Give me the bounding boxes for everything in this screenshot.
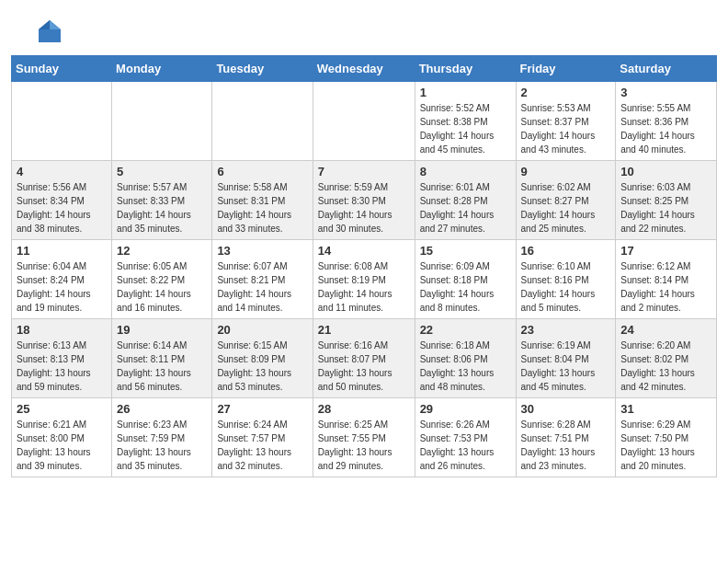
day-number: 30 — [521, 402, 611, 416]
calendar-day-cell: 4Sunrise: 5:56 AMSunset: 8:34 PMDaylight… — [12, 161, 112, 240]
calendar-day-cell: 26Sunrise: 6:23 AMSunset: 7:59 PMDayligh… — [112, 398, 212, 477]
calendar-week-row: 4Sunrise: 5:56 AMSunset: 8:34 PMDaylight… — [12, 161, 717, 240]
calendar-day-header: Saturday — [616, 56, 717, 82]
calendar-day-header: Thursday — [415, 56, 516, 82]
calendar-header-row: SundayMondayTuesdayWednesdayThursdayFrid… — [12, 56, 717, 82]
day-info: Sunrise: 6:14 AMSunset: 8:11 PMDaylight:… — [117, 339, 207, 394]
calendar-day-cell: 7Sunrise: 5:59 AMSunset: 8:30 PMDaylight… — [313, 161, 415, 240]
calendar-table: SundayMondayTuesdayWednesdayThursdayFrid… — [11, 55, 717, 477]
calendar-day-cell: 11Sunrise: 6:04 AMSunset: 8:24 PMDayligh… — [12, 240, 112, 319]
day-number: 24 — [620, 323, 711, 337]
day-number: 27 — [217, 402, 307, 416]
day-info: Sunrise: 6:03 AMSunset: 8:25 PMDaylight:… — [620, 180, 711, 236]
day-info: Sunrise: 6:26 AMSunset: 7:53 PMDaylight:… — [420, 418, 511, 473]
day-info: Sunrise: 6:12 AMSunset: 8:14 PMDaylight:… — [620, 259, 711, 315]
calendar-week-row: 1Sunrise: 5:52 AMSunset: 8:38 PMDaylight… — [12, 82, 717, 161]
day-number: 22 — [420, 323, 511, 337]
day-number: 23 — [521, 323, 611, 337]
logo-icon — [35, 17, 64, 46]
day-number: 16 — [521, 244, 611, 258]
calendar-day-cell: 28Sunrise: 6:25 AMSunset: 7:55 PMDayligh… — [313, 398, 415, 477]
day-number: 29 — [420, 402, 511, 416]
calendar-day-header: Monday — [112, 56, 212, 82]
calendar-day-cell: 14Sunrise: 6:08 AMSunset: 8:19 PMDayligh… — [313, 240, 415, 319]
day-info: Sunrise: 6:08 AMSunset: 8:19 PMDaylight:… — [318, 259, 410, 315]
calendar-day-cell: 5Sunrise: 5:57 AMSunset: 8:33 PMDaylight… — [112, 161, 212, 240]
calendar-week-row: 25Sunrise: 6:21 AMSunset: 8:00 PMDayligh… — [12, 398, 717, 477]
calendar-day-cell: 31Sunrise: 6:29 AMSunset: 7:50 PMDayligh… — [616, 398, 717, 477]
day-info: Sunrise: 6:02 AMSunset: 8:27 PMDaylight:… — [521, 180, 611, 236]
day-number: 2 — [521, 86, 611, 99]
calendar-day-cell: 30Sunrise: 6:28 AMSunset: 7:51 PMDayligh… — [516, 398, 616, 477]
day-number: 12 — [117, 244, 207, 258]
day-number: 19 — [117, 323, 207, 337]
calendar-day-cell: 25Sunrise: 6:21 AMSunset: 8:00 PMDayligh… — [12, 398, 112, 477]
calendar-day-cell: 22Sunrise: 6:18 AMSunset: 8:06 PMDayligh… — [415, 319, 516, 398]
calendar-day-cell: 6Sunrise: 5:58 AMSunset: 8:31 PMDaylight… — [212, 161, 313, 240]
calendar-day-header: Tuesday — [212, 56, 313, 82]
day-info: Sunrise: 5:55 AMSunset: 8:36 PMDaylight:… — [620, 101, 711, 156]
day-info: Sunrise: 6:09 AMSunset: 8:18 PMDaylight:… — [420, 259, 511, 315]
calendar-day-cell: 1Sunrise: 5:52 AMSunset: 8:38 PMDaylight… — [415, 82, 516, 161]
calendar-day-header: Wednesday — [313, 56, 415, 82]
calendar-day-cell: 16Sunrise: 6:10 AMSunset: 8:16 PMDayligh… — [516, 240, 616, 319]
svg-marker-1 — [50, 20, 61, 29]
day-number: 4 — [17, 165, 107, 178]
day-info: Sunrise: 5:59 AMSunset: 8:30 PMDaylight:… — [318, 180, 410, 236]
calendar-day-cell: 17Sunrise: 6:12 AMSunset: 8:14 PMDayligh… — [616, 240, 717, 319]
calendar-day-cell: 2Sunrise: 5:53 AMSunset: 8:37 PMDaylight… — [516, 82, 616, 161]
day-info: Sunrise: 5:53 AMSunset: 8:37 PMDaylight:… — [521, 101, 611, 156]
calendar-day-cell: 23Sunrise: 6:19 AMSunset: 8:04 PMDayligh… — [516, 319, 616, 398]
day-number: 31 — [620, 402, 711, 416]
calendar-day-header: Sunday — [12, 56, 112, 82]
calendar-day-header: Friday — [516, 56, 616, 82]
day-number: 14 — [318, 244, 410, 258]
calendar-day-cell: 12Sunrise: 6:05 AMSunset: 8:22 PMDayligh… — [112, 240, 212, 319]
calendar-day-cell: 10Sunrise: 6:03 AMSunset: 8:25 PMDayligh… — [616, 161, 717, 240]
calendar-day-cell: 18Sunrise: 6:13 AMSunset: 8:13 PMDayligh… — [12, 319, 112, 398]
day-info: Sunrise: 5:52 AMSunset: 8:38 PMDaylight:… — [420, 101, 511, 156]
calendar-day-cell: 8Sunrise: 6:01 AMSunset: 8:28 PMDaylight… — [415, 161, 516, 240]
calendar-day-cell: 3Sunrise: 5:55 AMSunset: 8:36 PMDaylight… — [616, 82, 717, 161]
day-info: Sunrise: 6:19 AMSunset: 8:04 PMDaylight:… — [521, 339, 611, 394]
calendar-day-cell — [112, 82, 212, 161]
day-info: Sunrise: 5:56 AMSunset: 8:34 PMDaylight:… — [17, 180, 107, 236]
day-info: Sunrise: 6:01 AMSunset: 8:28 PMDaylight:… — [420, 180, 511, 236]
calendar-day-cell — [12, 82, 112, 161]
day-info: Sunrise: 6:23 AMSunset: 7:59 PMDaylight:… — [117, 418, 207, 473]
calendar-day-cell: 27Sunrise: 6:24 AMSunset: 7:57 PMDayligh… — [212, 398, 313, 477]
day-number: 10 — [620, 165, 711, 178]
day-number: 25 — [17, 402, 107, 416]
day-info: Sunrise: 5:58 AMSunset: 8:31 PMDaylight:… — [217, 180, 307, 236]
day-info: Sunrise: 6:18 AMSunset: 8:06 PMDaylight:… — [420, 339, 511, 394]
day-info: Sunrise: 6:28 AMSunset: 7:51 PMDaylight:… — [521, 418, 611, 473]
calendar-day-cell: 29Sunrise: 6:26 AMSunset: 7:53 PMDayligh… — [415, 398, 516, 477]
day-number: 20 — [217, 323, 307, 337]
day-number: 6 — [217, 165, 307, 178]
day-info: Sunrise: 6:24 AMSunset: 7:57 PMDaylight:… — [217, 418, 307, 473]
day-number: 17 — [620, 244, 711, 258]
day-number: 28 — [318, 402, 410, 416]
day-number: 7 — [318, 165, 410, 178]
calendar-day-cell: 15Sunrise: 6:09 AMSunset: 8:18 PMDayligh… — [415, 240, 516, 319]
day-info: Sunrise: 6:29 AMSunset: 7:50 PMDaylight:… — [620, 418, 711, 473]
day-number: 21 — [318, 323, 410, 337]
calendar-week-row: 11Sunrise: 6:04 AMSunset: 8:24 PMDayligh… — [12, 240, 717, 319]
day-info: Sunrise: 6:15 AMSunset: 8:09 PMDaylight:… — [217, 339, 307, 394]
svg-marker-2 — [39, 20, 50, 29]
day-number: 1 — [420, 86, 511, 99]
day-number: 3 — [620, 86, 711, 99]
day-info: Sunrise: 6:20 AMSunset: 8:02 PMDaylight:… — [620, 339, 711, 394]
day-info: Sunrise: 5:57 AMSunset: 8:33 PMDaylight:… — [117, 180, 207, 236]
day-info: Sunrise: 6:10 AMSunset: 8:16 PMDaylight:… — [521, 259, 611, 315]
day-number: 11 — [17, 244, 107, 258]
page-header — [11, 0, 717, 55]
calendar-day-cell — [212, 82, 313, 161]
day-number: 8 — [420, 165, 511, 178]
day-number: 15 — [420, 244, 511, 258]
day-number: 18 — [17, 323, 107, 337]
day-info: Sunrise: 6:13 AMSunset: 8:13 PMDaylight:… — [17, 339, 107, 394]
calendar-day-cell: 9Sunrise: 6:02 AMSunset: 8:27 PMDaylight… — [516, 161, 616, 240]
day-info: Sunrise: 6:05 AMSunset: 8:22 PMDaylight:… — [117, 259, 207, 315]
calendar-week-row: 18Sunrise: 6:13 AMSunset: 8:13 PMDayligh… — [12, 319, 717, 398]
